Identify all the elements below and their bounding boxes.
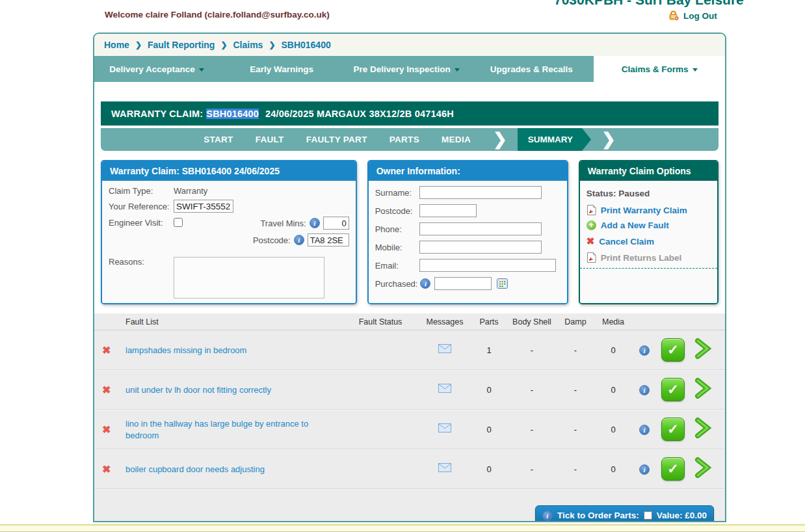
parts-count: 0 xyxy=(470,385,508,395)
open-fault-arrow-icon[interactable] xyxy=(689,457,717,481)
warranty-claim-options-panel: Warranty Claim Options Status: Paused Pr… xyxy=(579,160,719,304)
delete-fault-icon[interactable]: ✖ xyxy=(102,384,111,395)
warranty-claim-panel-title: Warranty Claim: SBH016400 24/06/2025 xyxy=(102,161,356,181)
purchased-date-field[interactable] xyxy=(434,277,492,290)
info-icon[interactable]: i xyxy=(639,425,650,435)
phone-label: Phone: xyxy=(375,224,419,234)
email-field[interactable] xyxy=(419,259,556,272)
open-fault-arrow-icon[interactable] xyxy=(689,377,717,402)
breadcrumb-fault-reporting[interactable]: Fault Reporting xyxy=(148,40,215,50)
mobile-label: Mobile: xyxy=(375,243,419,252)
add-new-fault-link[interactable]: + Add a New Fault xyxy=(587,220,711,230)
messages-icon[interactable] xyxy=(419,423,470,435)
approve-fault-button[interactable]: ✓ xyxy=(661,457,685,481)
fault-link[interactable]: unit under tv lh door not fitting correc… xyxy=(125,385,271,395)
footer-strip xyxy=(0,524,805,532)
owner-postcode-field[interactable] xyxy=(419,204,477,217)
order-parts-label: Tick to Order Parts: xyxy=(557,511,639,520)
info-icon[interactable]: i xyxy=(420,278,430,289)
parts-count: 1 xyxy=(470,345,508,355)
info-icon[interactable]: i xyxy=(639,345,650,356)
delete-fault-icon[interactable]: ✖ xyxy=(102,424,111,435)
warranty-claim-panel: Warranty Claim: SBH016400 24/06/2025 Cla… xyxy=(101,160,357,304)
warranty-claim-options-title: Warranty Claim Options xyxy=(580,161,717,181)
reasons-textarea[interactable] xyxy=(174,257,324,299)
approve-fault-button[interactable]: ✓ xyxy=(661,378,685,401)
step-start[interactable]: START xyxy=(204,135,233,144)
breadcrumb-claim-id[interactable]: SBH016400 xyxy=(281,40,330,50)
calendar-icon[interactable] xyxy=(497,278,508,289)
tab-bar: Delivery Acceptance Early Warnings Pre D… xyxy=(94,56,725,82)
info-icon[interactable]: i xyxy=(294,235,304,245)
claim-banner-details: 24/06/2025 MARGAUX 38X12/2B 047146H xyxy=(265,109,454,119)
panels-row: Warranty Claim: SBH016400 24/06/2025 Cla… xyxy=(94,151,725,313)
tab-label: Early Warnings xyxy=(250,64,313,74)
engineer-visit-checkbox[interactable] xyxy=(174,218,183,227)
travel-mins-label: Travel Mins: xyxy=(260,219,306,228)
chevron-down-icon xyxy=(455,68,460,72)
claim-banner-id-selected: SBH016400 xyxy=(206,109,259,119)
cancel-icon: ✖ xyxy=(587,235,595,247)
reasons-label: Reasons: xyxy=(109,257,174,299)
step-summary-active[interactable]: SUMMARY xyxy=(518,128,591,151)
tab-early-warnings[interactable]: Early Warnings xyxy=(219,56,344,82)
breadcrumb-claims[interactable]: Claims xyxy=(233,40,263,50)
table-row: ✖ lino in the hallway has large bulge by… xyxy=(94,410,725,449)
travel-mins-field[interactable] xyxy=(323,217,349,230)
media-count: 0 xyxy=(595,345,631,355)
table-spacer xyxy=(94,489,725,501)
messages-icon[interactable] xyxy=(419,463,470,475)
header-fault-list: Fault List xyxy=(125,317,341,326)
welcome-text: Welcome claire Folland (claire.folland@s… xyxy=(105,10,330,20)
step-parts[interactable]: PARTS xyxy=(389,135,419,144)
owner-information-panel: Owner Information: Surname: Postcode: Ph… xyxy=(367,160,568,304)
step-media[interactable]: MEDIA xyxy=(442,135,471,144)
tab-delivery-acceptance[interactable]: Delivery Acceptance xyxy=(94,56,219,82)
content-gap xyxy=(94,82,725,101)
pdf-icon xyxy=(587,252,596,263)
tab-pre-delivery-inspection[interactable]: Pre Delivery Inspection xyxy=(344,56,469,82)
body-shell-cell: - xyxy=(508,425,556,434)
breadcrumb-home[interactable]: Home xyxy=(104,40,129,50)
delete-fault-icon[interactable]: ✖ xyxy=(102,345,111,356)
info-icon[interactable]: i xyxy=(310,218,320,228)
info-icon[interactable]: i xyxy=(639,464,650,475)
step-faulty-part[interactable]: FAULTY PART xyxy=(306,135,367,144)
order-parts-checkbox[interactable] xyxy=(644,511,652,520)
tab-upgrades-recalls[interactable]: Upgrades & Recalls xyxy=(469,56,594,82)
your-reference-field[interactable] xyxy=(174,200,233,213)
phone-field[interactable] xyxy=(419,222,542,235)
tab-label: Claims & Forms xyxy=(622,64,689,74)
print-warranty-claim-link[interactable]: Print Warranty Claim xyxy=(587,205,711,215)
padlock-icon xyxy=(668,10,680,21)
mobile-field[interactable] xyxy=(419,241,542,254)
info-icon[interactable]: i xyxy=(542,511,553,521)
tab-label: Upgrades & Recalls xyxy=(490,64,573,74)
tab-claims-forms[interactable]: Claims & Forms xyxy=(594,56,725,82)
your-reference-label: Your Reference: xyxy=(109,202,174,211)
open-fault-arrow-icon[interactable] xyxy=(689,338,717,362)
tick-to-order-parts-bar[interactable]: i Tick to Order Parts: Value: £0.00 xyxy=(535,505,714,522)
cancel-claim-label: Cancel Claim xyxy=(599,237,654,246)
header-fault-status: Fault Status xyxy=(341,317,419,326)
approve-fault-button[interactable]: ✓ xyxy=(661,418,685,441)
logout-button[interactable]: Log Out xyxy=(668,10,717,21)
messages-icon[interactable] xyxy=(419,344,470,356)
messages-icon[interactable] xyxy=(419,384,470,395)
table-row: ✖ unit under tv lh door not fitting corr… xyxy=(94,370,725,410)
open-fault-arrow-icon[interactable] xyxy=(689,417,717,442)
cancel-claim-link[interactable]: ✖ Cancel Claim xyxy=(587,235,711,247)
add-new-fault-label: Add a New Fault xyxy=(601,220,669,230)
info-icon[interactable]: i xyxy=(639,385,650,395)
postcode-field[interactable] xyxy=(308,233,349,246)
surname-field[interactable] xyxy=(419,186,542,199)
fault-link[interactable]: lino in the hallway has large bulge by e… xyxy=(125,419,308,440)
delete-fault-icon[interactable]: ✖ xyxy=(102,464,111,475)
print-returns-label-text: Print Returns Label xyxy=(601,253,682,263)
fault-link[interactable]: boiler cupboard door needs adjusting xyxy=(125,464,265,474)
step-fault[interactable]: FAULT xyxy=(256,135,284,144)
approve-fault-button[interactable]: ✓ xyxy=(661,338,685,362)
owner-postcode-label: Postcode: xyxy=(375,206,419,216)
fault-link[interactable]: lampshades missing in bedroom xyxy=(125,345,246,355)
postcode-label: Postcode: xyxy=(253,235,291,245)
